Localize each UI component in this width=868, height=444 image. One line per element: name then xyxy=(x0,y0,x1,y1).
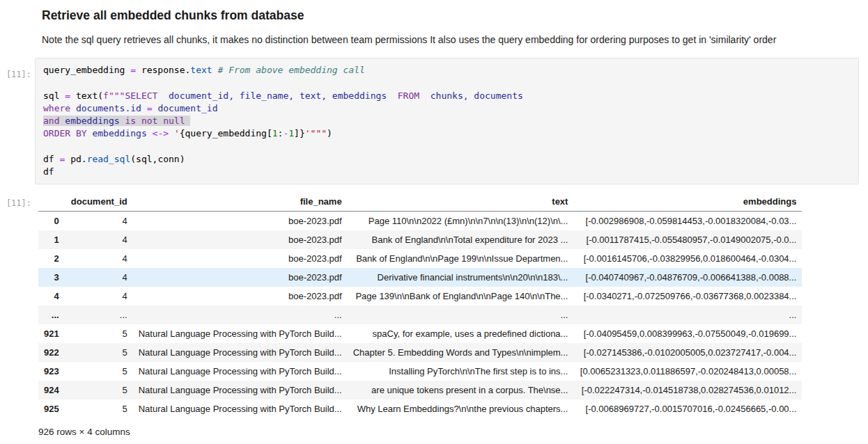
code-token: ' xyxy=(174,128,180,138)
table-row: 9255Natural Language Processing with PyT… xyxy=(38,399,802,418)
code-token: f""" xyxy=(103,90,125,101)
table-cell: Page 139\n\nBank of England\n\nPage 140\… xyxy=(348,287,574,306)
table-cell: ... xyxy=(348,306,574,324)
output-area: document_idfile_nametextembeddings 04boe… xyxy=(35,192,868,437)
table-cell: Natural Language Processing with PyTorch… xyxy=(133,324,348,343)
markdown-title: Retrieve all embedded chunks from databa… xyxy=(42,8,854,23)
table-cell: 5 xyxy=(65,324,133,343)
code-token: is not null xyxy=(125,116,185,126)
code-token: {query_embedding[ xyxy=(180,128,272,138)
code-token: FROM xyxy=(398,90,419,101)
table-row: 24boe-2023.pdfBank of England\n\nPage 19… xyxy=(38,249,802,268)
table-cell: boe-2023.pdf xyxy=(133,287,348,306)
table-cell: are unique tokens present in a corpus. T… xyxy=(348,381,574,399)
code-token xyxy=(157,90,169,101)
table-cell: boe-2023.pdf xyxy=(133,230,348,249)
dataframe-header: document_idfile_nametextembeddings xyxy=(38,192,802,212)
code-token: df xyxy=(43,166,54,177)
column-header: file_name xyxy=(133,192,348,212)
row-index: 925 xyxy=(38,399,65,418)
code-token: sql xyxy=(43,90,65,101)
code-token xyxy=(147,128,153,138)
selected-code-line: and embeddings is not null xyxy=(43,115,851,127)
code-token: = xyxy=(130,65,136,75)
table-cell: ... xyxy=(573,306,802,324)
table-cell: [-0.0011787415,-0.055480957,-0.014900207… xyxy=(573,230,802,249)
input-prompt: [11]: xyxy=(0,58,35,79)
table-cell: 5 xyxy=(65,381,133,399)
index-column-header xyxy=(38,192,65,212)
table-row: 9245Natural Language Processing with PyT… xyxy=(38,381,802,399)
code-token: embeddings xyxy=(92,128,146,138)
dataframe-summary: 926 rows × 4 columns xyxy=(38,427,868,437)
table-cell: boe-2023.pdf xyxy=(133,268,348,287)
selection-highlight: and embeddings is not null xyxy=(43,116,190,126)
table-cell: Page 110\n\n2022 (£mn)\n\n7\n\n(13)\n\n(… xyxy=(348,212,574,231)
table-cell: Natural Language Processing with PyTorch… xyxy=(133,362,348,381)
table-row: 14boe-2023.pdfBank of England\n\nTotal e… xyxy=(38,230,802,249)
code-token: ]} xyxy=(294,128,305,138)
notebook-page: Retrieve all embedded chunks from databa… xyxy=(0,0,868,444)
code-line: where documents.id = document_id xyxy=(43,102,851,115)
code-token: ORDER BY xyxy=(43,128,87,138)
code-token: query_embedding xyxy=(43,65,130,75)
table-cell: Derivative financial instruments\n\n20\n… xyxy=(348,268,574,287)
code-token xyxy=(70,103,76,113)
code-token: 1 xyxy=(288,128,294,138)
table-row: 44boe-2023.pdfPage 139\n\nBank of Englan… xyxy=(38,287,802,306)
code-token: df xyxy=(43,154,59,164)
table-cell: [-0.040740967,-0.04876709,-0.006641388,-… xyxy=(573,268,802,287)
row-index: 1 xyxy=(38,230,65,249)
table-cell: Chapter 5. Embedding Words and Types\n\n… xyxy=(348,343,574,362)
code-token: SELECT xyxy=(125,90,157,101)
code-token: = xyxy=(147,103,153,113)
table-cell: Natural Language Processing with PyTorch… xyxy=(133,399,348,418)
code-line: query_embedding = response.text # From a… xyxy=(43,64,851,77)
table-cell: [-0.0340271,-0.072509766,-0.03677368,0.0… xyxy=(573,287,802,306)
code-line: ORDER BY embeddings <-> '{query_embeddin… xyxy=(43,127,851,140)
row-index: 921 xyxy=(38,324,65,343)
code-line: df xyxy=(43,166,851,178)
code-token: <-> xyxy=(153,128,169,138)
code-token: ) xyxy=(327,128,332,138)
table-cell: Natural Language Processing with PyTorch… xyxy=(133,343,348,362)
code-token: and xyxy=(43,116,59,126)
code-token xyxy=(169,128,174,138)
table-cell: Why Learn Embeddings?\n\nthe previous ch… xyxy=(348,399,574,418)
table-cell: [-0.04095459,0.008399963,-0.07550049,-0.… xyxy=(573,324,802,343)
column-header: embeddings xyxy=(573,192,802,212)
table-row: 04boe-2023.pdfPage 110\n\n2022 (£mn)\n\n… xyxy=(38,212,802,231)
table-cell: 4 xyxy=(65,230,133,249)
table-cell: ... xyxy=(65,306,133,324)
table-row: 9235Natural Language Processing with PyT… xyxy=(38,362,802,381)
code-token: text( xyxy=(70,90,103,101)
code-area[interactable]: query_embedding = response.text # From a… xyxy=(43,64,851,178)
code-cell-editor[interactable]: query_embedding = response.text # From a… xyxy=(35,58,859,184)
row-index: 922 xyxy=(38,343,65,362)
table-cell: [-0.002986908,-0.059814453,-0.0018320084… xyxy=(573,212,802,231)
table-cell: 4 xyxy=(65,268,133,287)
column-header: text xyxy=(348,192,574,212)
code-token xyxy=(185,116,191,126)
table-row: 34boe-2023.pdfDerivative financial instr… xyxy=(38,268,802,287)
table-cell: Bank of England\n\nTotal expenditure for… xyxy=(348,230,574,249)
code-token: document_id, file_name, text, embeddings xyxy=(169,90,387,101)
code-token: document_id xyxy=(157,103,217,113)
row-index: ... xyxy=(38,306,65,324)
code-line xyxy=(43,140,851,152)
table-cell: [-0.0068969727,-0.0015707016,-0.02456665… xyxy=(573,399,802,418)
table-cell: spaCy, for example, uses a predefined di… xyxy=(348,324,574,343)
code-token xyxy=(387,90,398,101)
table-cell: 5 xyxy=(65,343,133,362)
code-token: 1 xyxy=(272,128,278,138)
markdown-note: Note the sql query retrieves all chunks,… xyxy=(42,33,854,46)
table-cell: 5 xyxy=(65,399,133,418)
code-token: '""" xyxy=(305,128,327,138)
row-index: 924 xyxy=(38,381,65,399)
table-cell: 4 xyxy=(65,287,133,306)
code-token: embeddings xyxy=(65,116,119,126)
table-row: ............... xyxy=(38,306,802,324)
table-cell: Natural Language Processing with PyTorch… xyxy=(133,381,348,399)
table-cell: boe-2023.pdf xyxy=(133,249,348,268)
table-cell: ... xyxy=(133,306,348,324)
